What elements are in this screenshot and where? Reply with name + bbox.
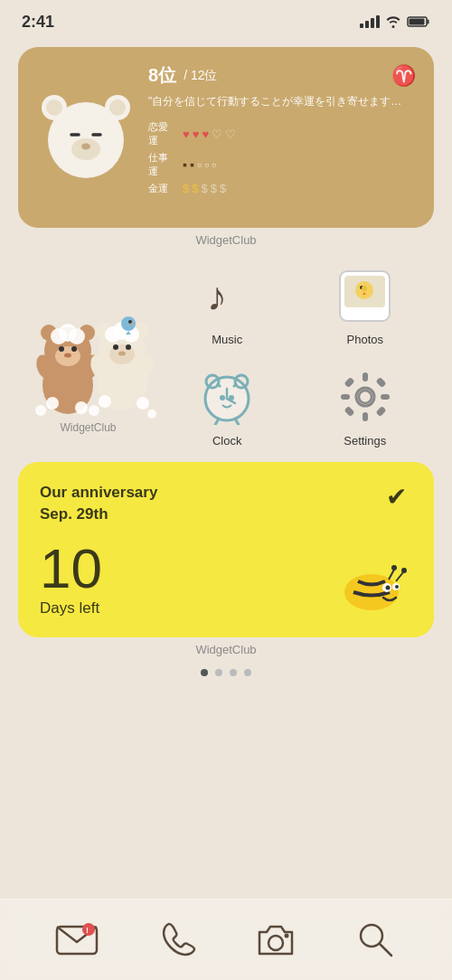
svg-point-93 bbox=[285, 933, 289, 938]
settings-app[interactable]: Settings bbox=[297, 357, 435, 455]
settings-icon bbox=[333, 364, 398, 429]
svg-point-92 bbox=[268, 936, 283, 950]
horoscope-rank: 8位 / 12位 ♈ bbox=[148, 63, 416, 88]
svg-rect-2 bbox=[410, 19, 425, 25]
svg-line-85 bbox=[389, 570, 394, 580]
svg-rect-72 bbox=[341, 394, 350, 400]
svg-point-30 bbox=[69, 328, 85, 344]
photos-icon bbox=[333, 263, 398, 328]
dot-3 bbox=[230, 669, 237, 676]
svg-point-34 bbox=[35, 405, 46, 416]
svg-rect-77 bbox=[375, 406, 386, 417]
fortune-work: 仕事運 ▪ ▪ ▫ ▫ ▫ bbox=[148, 151, 416, 178]
svg-text:!: ! bbox=[86, 926, 89, 935]
svg-point-90 bbox=[82, 923, 95, 936]
dot-4 bbox=[244, 669, 251, 676]
dock: ! bbox=[0, 899, 452, 980]
svg-point-25 bbox=[59, 346, 64, 352]
svg-line-59 bbox=[215, 419, 219, 425]
svg-point-56 bbox=[147, 410, 156, 419]
svg-rect-71 bbox=[363, 412, 368, 421]
status-icons bbox=[360, 15, 430, 28]
svg-point-19 bbox=[362, 286, 367, 291]
svg-rect-70 bbox=[363, 372, 368, 382]
aries-symbol: ♈ bbox=[391, 64, 416, 88]
fortune-love: 恋愛運 ♥ ♥ ♥ ♡ ♡ bbox=[148, 120, 416, 147]
status-bar: 2:41 bbox=[0, 0, 452, 40]
svg-point-55 bbox=[137, 397, 149, 410]
svg-text:♪: ♪ bbox=[207, 275, 227, 319]
svg-point-42 bbox=[126, 344, 131, 350]
svg-point-5 bbox=[46, 99, 62, 116]
bee-character bbox=[331, 556, 412, 619]
svg-point-7 bbox=[109, 99, 126, 116]
fortune-money: 金運 $ $ $ $ $ bbox=[148, 182, 416, 195]
photos-label: Photos bbox=[347, 333, 383, 346]
svg-rect-1 bbox=[428, 20, 429, 24]
music-icon: ♪ bbox=[194, 263, 259, 328]
clock-app[interactable]: Clock bbox=[158, 357, 297, 455]
svg-point-78 bbox=[359, 391, 372, 403]
svg-line-87 bbox=[396, 572, 403, 581]
anniversary-title: Our anniversary Sep. 29th bbox=[40, 482, 412, 525]
svg-point-26 bbox=[71, 346, 77, 352]
bear-face bbox=[36, 63, 136, 212]
svg-point-84 bbox=[395, 585, 399, 589]
svg-point-41 bbox=[113, 344, 118, 350]
svg-point-27 bbox=[64, 353, 71, 358]
battery-icon bbox=[407, 15, 430, 28]
search-dock-icon[interactable] bbox=[348, 913, 402, 967]
horoscope-widget[interactable]: 8位 / 12位 ♈ "自分を信じて行動することが幸運を引き寄せます… 恋愛運 … bbox=[18, 47, 434, 228]
wifi-icon bbox=[385, 15, 401, 28]
horoscope-widget-label: WidgetClub bbox=[0, 233, 452, 247]
horoscope-content: 8位 / 12位 ♈ "自分を信じて行動することが幸運を引き寄せます… 恋愛運 … bbox=[148, 63, 416, 212]
dot-2 bbox=[215, 669, 222, 676]
svg-point-53 bbox=[99, 395, 111, 408]
check-mark: ✔ bbox=[386, 482, 407, 512]
svg-rect-74 bbox=[344, 377, 354, 388]
widget-characters[interactable]: WidgetClub bbox=[18, 256, 158, 455]
svg-point-43 bbox=[118, 352, 126, 356]
dot-1 bbox=[201, 669, 208, 676]
clock-label: Clock bbox=[212, 434, 242, 448]
svg-point-82 bbox=[386, 585, 391, 589]
app-grid: ♪ Music Photos bbox=[0, 256, 452, 455]
phone-dock-icon[interactable] bbox=[149, 913, 203, 967]
page-dots bbox=[0, 669, 452, 676]
anniversary-widget-label: WidgetClub bbox=[0, 643, 452, 656]
clock-icon bbox=[194, 364, 259, 429]
svg-rect-75 bbox=[375, 377, 386, 388]
music-app[interactable]: ♪ Music bbox=[158, 256, 297, 353]
svg-point-88 bbox=[401, 568, 407, 573]
mail-dock-icon[interactable]: ! bbox=[50, 913, 104, 967]
svg-point-86 bbox=[391, 565, 397, 570]
characters-widget-label: WidgetClub bbox=[60, 421, 116, 434]
svg-point-33 bbox=[46, 397, 59, 410]
anniversary-widget[interactable]: Our anniversary Sep. 29th ✔ 10 Days left bbox=[18, 462, 434, 637]
settings-label: Settings bbox=[344, 434, 386, 448]
svg-point-47 bbox=[121, 316, 136, 331]
signal-icon bbox=[360, 15, 380, 28]
svg-point-11 bbox=[81, 144, 90, 150]
status-time: 2:41 bbox=[22, 13, 54, 32]
horoscope-quote: "自分を信じて行動することが幸運を引き寄せます… bbox=[148, 93, 416, 109]
svg-point-54 bbox=[89, 405, 99, 416]
svg-point-65 bbox=[220, 395, 225, 400]
svg-point-35 bbox=[75, 401, 88, 414]
svg-line-60 bbox=[235, 419, 239, 425]
photos-app[interactable]: Photos bbox=[297, 256, 435, 353]
svg-rect-73 bbox=[381, 394, 390, 400]
svg-line-95 bbox=[380, 944, 391, 956]
music-label: Music bbox=[212, 333, 242, 346]
camera-dock-icon[interactable] bbox=[249, 913, 303, 967]
svg-point-79 bbox=[344, 574, 399, 610]
svg-rect-76 bbox=[344, 406, 354, 417]
